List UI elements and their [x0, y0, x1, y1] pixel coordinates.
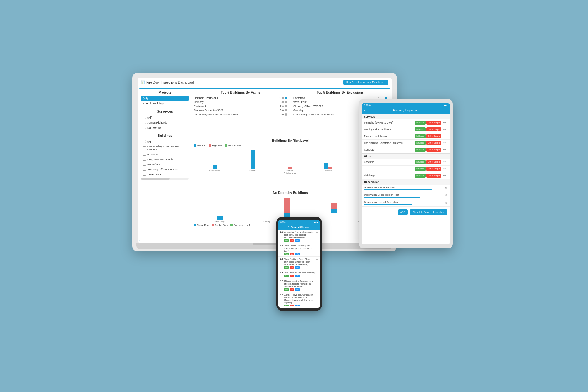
task-15-yes[interactable]: Yes	[284, 288, 289, 291]
top-faults-panel: Top 5 Buildings By Faults Heigham- Porta…	[191, 89, 290, 137]
surveyors-item-james[interactable]: James Richards	[141, 120, 189, 125]
complete-button[interactable]: Complete Property Inspection	[410, 209, 447, 215]
bar-pontefract: Pontefract	[309, 148, 346, 171]
projects-item-all[interactable]: (All)	[141, 96, 189, 101]
other2-more[interactable]: •••	[442, 167, 447, 171]
buildings-item-water[interactable]: Water Park	[141, 172, 189, 177]
buildings-item-grimsby[interactable]: Grimsby	[141, 152, 189, 157]
phone-task-12: 1.2 Desks - Work Stations: (Have clear w…	[278, 243, 320, 257]
fire-out-scope[interactable]: Out of Scope	[426, 141, 441, 145]
buildings-panel: Buildings (All) Cotton Valley STW- Inlet…	[139, 132, 191, 241]
electrical-buttons: In Scope Out of Scope •••	[415, 134, 447, 138]
heating-in-scope[interactable]: In Scope	[415, 127, 426, 131]
task-16-yes[interactable]: Yes	[284, 305, 289, 306]
obs-delete-1[interactable]: 🗑	[445, 187, 447, 189]
task-14-na[interactable]: N/A	[295, 275, 300, 277]
checkbox-all-surveyors[interactable]	[143, 116, 146, 119]
legend-single: Single Door	[194, 224, 209, 226]
legend-double: Double Door	[212, 224, 228, 226]
fire-more[interactable]: •••	[442, 141, 447, 145]
dash-header-title: 📊 Fire Door Inspections Dashboard	[141, 80, 194, 84]
generator-in-scope[interactable]: In Scope	[415, 148, 426, 152]
back-icon[interactable]: ‹	[364, 108, 365, 112]
task-12-more[interactable]: •••	[316, 244, 318, 247]
legend-dot-high	[209, 144, 211, 147]
buildings-item-stanway[interactable]: Stanway Office- AWS027	[141, 167, 189, 172]
generator-out-scope[interactable]: Out of Scope	[426, 148, 441, 152]
obs-delete-3[interactable]: 🗑	[445, 201, 447, 204]
task-13-no[interactable]: No	[290, 266, 294, 269]
checkbox-water[interactable]	[143, 173, 146, 176]
task-16-no[interactable]: No	[290, 305, 294, 306]
risk-chart-title: Buildings By Risk Level	[194, 139, 387, 142]
finishings-out-scope[interactable]: Out of Scope	[426, 174, 441, 178]
phone-task-14: 1.4 Bins: (Have all bins been emptied) Y…	[278, 270, 320, 278]
checkbox-james[interactable]	[143, 121, 146, 124]
checkbox-all-buildings[interactable]	[143, 140, 146, 143]
electrical-in-scope[interactable]: In Scope	[415, 134, 426, 138]
task-14-no[interactable]: No	[290, 275, 294, 277]
projects-title: Projects	[141, 91, 189, 94]
laptop-screen-outer: 📊 Fire Door Inspections Dashboard Fire D…	[132, 73, 397, 251]
task-12-yes[interactable]: Yes	[284, 253, 289, 255]
checkbox-grimsby[interactable]	[143, 153, 146, 156]
task-11-yes[interactable]: Yes	[284, 239, 289, 242]
checkbox-karl[interactable]	[143, 126, 146, 129]
plumbing-more[interactable]: •••	[442, 121, 447, 125]
task-14-yes[interactable]: Yes	[284, 275, 289, 277]
tablet-screen: 9:38 AM ●●● ‹ Property Inspection Servic…	[362, 103, 450, 244]
task-15-na[interactable]: N/A	[295, 288, 300, 291]
other2-in-scope[interactable]: In Scope	[415, 167, 426, 171]
buildings-scrollbar[interactable]	[141, 178, 189, 180]
task-12-na[interactable]: N/A	[295, 253, 300, 255]
fault-row-3: Stanway Office- AWS027 6.0	[194, 108, 287, 112]
add-button[interactable]: ADD	[398, 209, 408, 215]
task-11-btns: Yes No N/A	[284, 239, 315, 242]
electrical-more[interactable]: •••	[442, 134, 447, 138]
scene: 📊 Fire Door Inspections Dashboard Fire D…	[118, 64, 470, 328]
asbestos-out-scope[interactable]: Out of Scope	[426, 160, 441, 164]
obs-delete-2[interactable]: 🗑	[445, 194, 447, 197]
asbestos-more[interactable]: •••	[442, 160, 447, 164]
task-13-more[interactable]: •••	[316, 258, 318, 261]
buildings-item-cotton[interactable]: Cotton Valley STW- Inlet Grit Control Ki…	[141, 144, 189, 152]
fire-in-scope[interactable]: In Scope	[415, 141, 426, 145]
surveyors-item-all[interactable]: (All)	[141, 115, 189, 120]
plumbing-in-scope[interactable]: In Scope	[415, 121, 426, 125]
checkbox-heigham[interactable]	[143, 158, 146, 161]
excl-dot-0	[385, 97, 387, 99]
checkbox-stanway[interactable]	[143, 168, 146, 171]
task-15-no[interactable]: No	[290, 288, 294, 291]
dashboard-button[interactable]: Fire Door Inspections Dashboard	[343, 80, 388, 85]
buildings-item-pontefract[interactable]: Pontefract	[141, 162, 189, 167]
task-11-na[interactable]: N/A	[295, 239, 300, 242]
task-13-yes[interactable]: Yes	[284, 266, 289, 269]
checkbox-pontefract[interactable]	[143, 163, 146, 166]
heating-more[interactable]: •••	[442, 127, 447, 131]
checkbox-cotton[interactable]	[143, 146, 146, 149]
other2-out-scope[interactable]: Out of Scope	[426, 167, 441, 171]
phone-section-title: 1. General Cleaning	[278, 225, 320, 230]
buildings-item-all[interactable]: (All)	[141, 139, 189, 144]
task-13-na[interactable]: N/A	[295, 266, 300, 269]
electrical-out-scope[interactable]: Out of Scope	[426, 134, 441, 138]
generator-more[interactable]: •••	[442, 148, 447, 152]
task-11-no[interactable]: No	[290, 239, 294, 242]
task-16-na[interactable]: N/A	[295, 305, 300, 306]
asbestos-in-scope[interactable]: In Scope	[415, 160, 426, 164]
task-11-more[interactable]: •••	[316, 231, 318, 233]
task-14-more[interactable]: •••	[316, 271, 318, 274]
task-16-more[interactable]: •••	[316, 293, 318, 296]
projects-item-sample[interactable]: Sample Buildings	[141, 101, 189, 106]
finishings-more[interactable]: •••	[442, 174, 447, 178]
surveyors-item-karl[interactable]: Karl Horner	[141, 125, 189, 130]
task-16-btns: Yes No N/A	[284, 305, 315, 306]
task-15-more[interactable]: •••	[316, 280, 318, 282]
heating-out-scope[interactable]: Out of Scope	[426, 127, 441, 131]
legend-dot-single	[194, 224, 196, 226]
task-14-btns: Yes No N/A	[284, 275, 315, 277]
finishings-in-scope[interactable]: In Scope	[415, 174, 426, 178]
buildings-item-heigham[interactable]: Heigham- Portacabin	[141, 157, 189, 162]
plumbing-out-scope[interactable]: Out of Scope	[426, 121, 441, 125]
task-12-no[interactable]: No	[290, 253, 294, 255]
